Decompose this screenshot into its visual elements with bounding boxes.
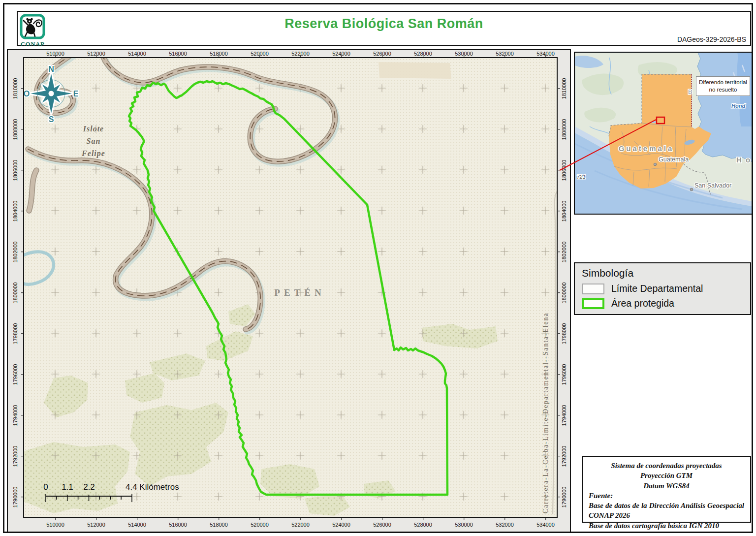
scale-tick-1: 1.1 [62, 482, 73, 492]
compass-south-label: S [49, 115, 54, 124]
territorial-note-box: Diferendo territorial no resuelto [696, 76, 750, 96]
conap-logo-text: CONAP [19, 40, 46, 48]
compass-north-label: N [48, 65, 54, 73]
datum-line: Datum WGS84 [589, 481, 744, 491]
inset-honduras-blue-partial-label: Hond [731, 103, 745, 109]
source-title: Fuente: [589, 491, 744, 501]
legend-item-label: Área protegida [611, 298, 674, 309]
scale-tick-2: 2.2 [83, 482, 95, 492]
y-axis-left: 1810000180800018060001804000180200018000… [8, 50, 23, 532]
compass-west-label: O [24, 90, 30, 98]
projection-line: Proyección GTM [589, 471, 744, 480]
crs-line: Sistema de coordenadas proyectadas [589, 461, 744, 471]
y-axis-right: 1810000180800018060001804000180200018000… [558, 50, 569, 532]
x-axis-bottom: 5100005120005140005160005180005200005220… [8, 518, 570, 531]
coordinate-system-box: Sistema de coordenadas proyectadas Proye… [582, 456, 751, 523]
scale-bar: 0 1.1 2.2 4.4 Kilómetros [42, 482, 194, 508]
scale-bar-rule [42, 494, 140, 504]
inset-belize-partial-label: B [688, 88, 693, 95]
legend-item-departmental: Límite Departamental [582, 283, 743, 294]
map-document: { "header": { "logo_text": "CONAP", "tit… [0, 0, 756, 536]
locator-inset-map: Guatemala Guatemala San Salvador 721 H o… [574, 52, 753, 215]
inset-guatemala-city-dot [654, 163, 657, 166]
main-map-frame: 5100005120005140005160005180005200005220… [7, 49, 571, 533]
inset-country-label: Guatemala [619, 144, 674, 153]
department-label: PETÉN [251, 287, 349, 298]
legend-title: Simbología [582, 267, 743, 279]
source-line-1: Base de datos de la Dirección Análisis G… [589, 501, 744, 521]
compass-rose-icon: N E S O [24, 58, 83, 127]
protected-area-swatch [582, 298, 604, 309]
page-title: Reserva Biológica San Román [18, 16, 750, 32]
departmental-boundary-swatch [582, 284, 604, 294]
source-line-2: Base de datos cartografía básica IGN 201… [589, 521, 744, 531]
legend-item-label: Límite Departamental [611, 283, 703, 294]
legend-box: Simbología Límite Departamental Área pro… [574, 262, 751, 315]
document-id: DAGeos-329-2026-BS [677, 35, 746, 43]
map-canvas: N E S O Islote San Felipe PETÉN 0 1.1 2.… [23, 57, 558, 518]
inset-honduras-partial-label: H o [736, 156, 751, 164]
x-axis-top: 5100005120005140005160005180005200005220… [8, 50, 570, 57]
header-bar: CONAP Reserva Biológica San Román DAGeos… [17, 11, 751, 46]
inset-san-salvador-label: San Salvador [694, 182, 731, 189]
island-place-label: Islote San Felipe [71, 123, 116, 159]
inset-san-salvador-dot [690, 188, 693, 191]
scale-tick-3: 4.4 Kilómetros [126, 482, 179, 492]
legend-item-protected: Área protegida [582, 298, 743, 309]
scale-tick-0: 0 [43, 482, 48, 492]
inset-route-number: 721 [577, 174, 586, 180]
inset-lake-peten [651, 121, 657, 123]
road-name-label: Carretera-La-Ceiba-Límite-Departamental-… [542, 313, 550, 513]
compass-east-label: E [73, 90, 79, 98]
inset-city-label: Guatemala [659, 156, 689, 163]
